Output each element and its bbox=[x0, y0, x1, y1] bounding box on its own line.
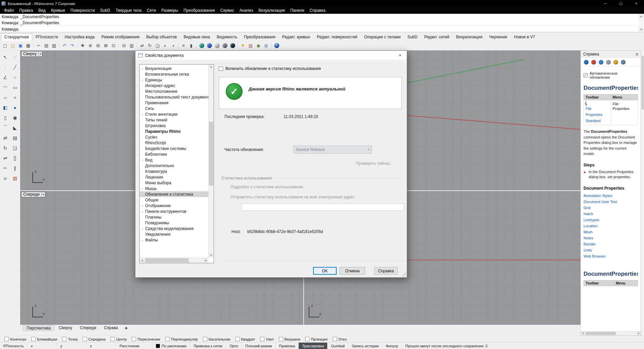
tree-expand-icon[interactable]: › bbox=[140, 78, 145, 82]
help-link[interactable]: Linetypes bbox=[584, 217, 638, 223]
tree-item[interactable]: Интернет-адрес bbox=[140, 83, 208, 88]
tree-item[interactable]: › Визуализация bbox=[140, 66, 208, 71]
menu-item[interactable]: Сервис bbox=[218, 7, 237, 14]
copy-icon[interactable]: ▤ bbox=[43, 42, 50, 49]
toolbar-icon[interactable] bbox=[76, 42, 79, 49]
tree-item[interactable]: Местоположение bbox=[140, 88, 208, 94]
toolbar-icon[interactable] bbox=[118, 42, 120, 49]
status-cell[interactable]: Трассировка bbox=[299, 343, 328, 349]
osnap-checkbox[interactable]: Центр bbox=[111, 337, 127, 341]
cylinder-tool-icon[interactable]: ▯ bbox=[1, 113, 10, 122]
tree-expand-icon[interactable]: › bbox=[140, 187, 145, 191]
cut-icon[interactable]: ✂ bbox=[35, 42, 42, 49]
osnap-checkbox[interactable]: Середина bbox=[83, 337, 105, 341]
status-cell[interactable]: Орто bbox=[226, 343, 242, 349]
tree-item[interactable]: Бездействие системы bbox=[140, 146, 208, 151]
status-cell[interactable]: Расстояние bbox=[116, 343, 153, 349]
toolbar-icon[interactable] bbox=[270, 42, 272, 49]
command-area[interactable]: Команда: _DocumentProperties Команда: _D… bbox=[0, 14, 644, 32]
statistics-email-input[interactable] bbox=[242, 203, 404, 211]
dialog-titlebar[interactable]: Свойства документа × bbox=[135, 51, 407, 60]
tree-item[interactable]: › Единицы bbox=[140, 77, 208, 83]
toolbar-icon[interactable] bbox=[58, 42, 60, 49]
shaded-viewport-icon[interactable] bbox=[198, 42, 205, 49]
menu-item[interactable]: Твердые тела bbox=[113, 7, 144, 14]
toolbar-icon[interactable] bbox=[136, 42, 138, 49]
scale-icon[interactable]: ◲ bbox=[154, 42, 161, 49]
menu-item[interactable]: Визуализация bbox=[256, 7, 288, 14]
ghosted-viewport-icon[interactable] bbox=[213, 42, 221, 49]
menu-item[interactable]: Справка bbox=[307, 7, 328, 14]
viewport-title-front[interactable]: Спереди ▾ bbox=[21, 192, 45, 197]
help-link[interactable]: Web Browser bbox=[584, 253, 638, 259]
zoom-window-icon[interactable]: ⊞ bbox=[94, 42, 102, 49]
help-button[interactable]: Справка bbox=[374, 267, 398, 275]
scrollbar-thumb[interactable] bbox=[586, 332, 616, 335]
toolbar-tab[interactable]: Видимость bbox=[213, 33, 241, 41]
tree-item[interactable]: Общие bbox=[140, 197, 208, 203]
zoom-selected-icon[interactable]: ⊡ bbox=[110, 42, 117, 49]
tree-vertical-scrollbar[interactable]: ▲ ▼ bbox=[208, 65, 214, 258]
tree-item[interactable]: Примечания bbox=[140, 100, 208, 106]
enable-updates-checkbox[interactable] bbox=[219, 67, 223, 71]
loft-tool-icon[interactable]: ≈ bbox=[11, 93, 19, 102]
render-panel-icon[interactable] bbox=[584, 60, 589, 65]
point-tool-icon[interactable]: ∙ bbox=[1, 63, 10, 72]
move-icon[interactable]: ⇄ bbox=[138, 42, 146, 49]
tree-item[interactable]: RhinoScript bbox=[140, 140, 208, 146]
osnap-checkbox[interactable]: Ближайшая bbox=[31, 337, 57, 341]
scroll-left-icon[interactable]: ◄ bbox=[581, 332, 585, 335]
box-tool-icon[interactable]: ◧ bbox=[1, 103, 10, 112]
osnap-checkbox[interactable]: Конечная bbox=[4, 337, 26, 341]
help-link[interactable]: Annotation Styles bbox=[584, 193, 638, 199]
dialog-resize-grip[interactable] bbox=[402, 272, 406, 277]
menu-item[interactable]: Преобразования bbox=[181, 7, 218, 14]
help-link[interactable]: Hatch bbox=[584, 211, 638, 217]
arc-tool-icon[interactable]: ◠ bbox=[1, 83, 10, 92]
pan-icon[interactable]: ✚ bbox=[79, 42, 86, 49]
viewport-layout-icon[interactable]: ⊟ bbox=[120, 42, 128, 49]
status-cell[interactable]: Привязка bbox=[275, 343, 299, 349]
toolbar-tab[interactable]: Настройка вида bbox=[61, 33, 98, 41]
toolbar-tab[interactable]: Новое в V7 bbox=[511, 33, 539, 41]
osnap-checkbox[interactable]: Откл bbox=[333, 337, 347, 341]
status-cell[interactable]: z bbox=[87, 343, 116, 349]
viewport-title-top[interactable]: Сверху ▾ bbox=[21, 51, 42, 57]
toolbar-tab[interactable]: Визуализация bbox=[453, 33, 486, 41]
options-icon[interactable]: ◉ bbox=[255, 42, 262, 49]
tree-item[interactable]: Вспомогательная сетка bbox=[140, 71, 208, 77]
tree-item[interactable]: Лицензии bbox=[140, 174, 208, 180]
panel-menu-icon[interactable]: ▤ bbox=[635, 52, 638, 56]
display-panel-icon[interactable] bbox=[599, 60, 603, 65]
command-prompt[interactable]: Команда: bbox=[0, 26, 644, 32]
tree-expand-icon[interactable]: › bbox=[140, 204, 145, 208]
polyline-tool-icon[interactable]: ∠ bbox=[1, 73, 10, 82]
osnap-checkbox[interactable]: Касательная bbox=[203, 337, 230, 341]
check-now-link[interactable]: Проверить сейчас... bbox=[356, 161, 393, 166]
osnap-checkbox[interactable]: Проекция bbox=[305, 337, 327, 341]
viewport-tab[interactable]: Сверху bbox=[55, 325, 76, 331]
tree-expand-icon[interactable]: › bbox=[140, 158, 145, 162]
menu-item[interactable]: Анализ bbox=[237, 7, 256, 14]
help-link[interactable]: Units bbox=[584, 247, 638, 253]
tree-item[interactable]: › Средства моделирования bbox=[140, 226, 208, 231]
osnap-checkbox[interactable]: Перпендикуляр bbox=[165, 337, 198, 341]
menu-item[interactable]: Панели bbox=[288, 7, 307, 14]
status-cell[interactable]: РПлоскость bbox=[0, 343, 28, 349]
toolbar-tab[interactable]: Редакт. сетей bbox=[421, 33, 453, 41]
chevron-down-icon[interactable]: ▾ bbox=[38, 51, 42, 56]
status-cell[interactable]: Привязка к сетке bbox=[190, 343, 226, 349]
copy-tool-icon[interactable]: ▤ bbox=[11, 133, 19, 143]
status-cell[interactable]: Запись истории bbox=[348, 343, 382, 349]
window-titlebar[interactable]: Безымянный - Rhinoceros 7 Corporate ─ ▢ … bbox=[0, 0, 644, 7]
status-cell[interactable]: Плоский режим bbox=[242, 343, 275, 349]
tree-item[interactable]: Псевдонимы bbox=[140, 220, 208, 226]
toolbar-icon[interactable] bbox=[237, 42, 239, 49]
close-button[interactable]: × bbox=[629, 0, 644, 7]
tree-expand-icon[interactable]: › bbox=[140, 227, 145, 231]
layers-icon[interactable]: ≡ bbox=[180, 42, 187, 49]
tree-item[interactable]: › Мышь bbox=[140, 186, 208, 191]
tree-item[interactable]: › Панели инструментов bbox=[140, 208, 208, 214]
rectangle-tool-icon[interactable]: ▭ bbox=[11, 83, 19, 92]
tree-expand-icon[interactable]: › bbox=[140, 112, 145, 116]
